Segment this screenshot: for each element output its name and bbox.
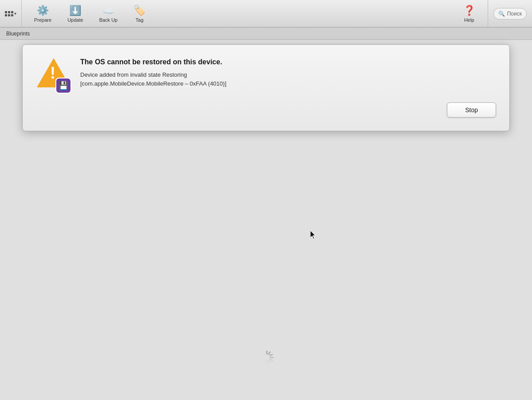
grid-icon <box>5 11 13 16</box>
main-content: 💾 The OS cannot be restored on this devi… <box>0 40 532 400</box>
device-inner-icon: 💾 <box>59 81 68 90</box>
help-label: Help <box>464 17 474 23</box>
grid-view-button[interactable]: ▾ <box>4 7 18 21</box>
update-icon: ⬇️ <box>69 5 81 16</box>
svg-line-11 <box>264 352 265 354</box>
blueprints-bar: Blueprints <box>0 27 532 40</box>
mouse-cursor <box>310 231 316 239</box>
svg-line-1 <box>269 352 270 354</box>
chevron-down-icon: ▾ <box>14 11 16 16</box>
nav-tag[interactable]: 🏷️ Tag <box>125 2 153 25</box>
prepare-icon: ⚙️ <box>37 5 49 16</box>
backup-icon: ☁️ <box>102 5 114 16</box>
update-label: Update <box>67 17 83 23</box>
svg-line-8 <box>262 359 264 361</box>
nav-prepare[interactable]: ⚙️ Prepare <box>26 2 59 25</box>
nav-backup[interactable]: ☁️ Back Up <box>91 2 126 25</box>
backup-label: Back Up <box>99 17 118 23</box>
search-box[interactable]: 🔍 Поиск <box>493 8 527 20</box>
blueprints-label: Blueprints <box>6 31 30 37</box>
error-dialog: 💾 The OS cannot be restored on this devi… <box>22 44 510 131</box>
loading-spinner <box>257 348 275 365</box>
search-icon: 🔍 <box>498 11 505 17</box>
toolbar-nav: ⚙️ Prepare ⬇️ Update ☁️ Back Up 🏷️ Tag ❓… <box>22 0 488 27</box>
device-icon: 💾 <box>55 78 71 94</box>
dialog-text-area: The OS cannot be restored on this device… <box>80 58 496 88</box>
stop-button[interactable]: Stop <box>447 102 496 118</box>
svg-line-10 <box>262 354 264 356</box>
svg-marker-12 <box>310 231 315 239</box>
svg-line-5 <box>269 361 270 363</box>
dialog-inner: 💾 The OS cannot be restored on this devi… <box>36 58 496 94</box>
svg-line-4 <box>270 359 272 361</box>
dialog-title: The OS cannot be restored on this device… <box>80 58 496 66</box>
search-label: Поиск <box>507 11 522 17</box>
svg-line-7 <box>264 361 265 363</box>
dialog-message: Device added from invalid state Restorin… <box>80 71 496 88</box>
nav-update[interactable]: ⬇️ Update <box>59 2 91 25</box>
spinner-svg <box>257 348 277 367</box>
dialog-actions: Stop <box>36 102 496 118</box>
svg-line-2 <box>270 354 272 356</box>
warning-composite-icon: 💾 <box>36 58 71 94</box>
toolbar-left: ▾ <box>0 0 22 27</box>
toolbar: ▾ ⚙️ Prepare ⬇️ Update ☁️ Back Up 🏷️ Tag… <box>0 0 532 27</box>
prepare-label: Prepare <box>34 17 51 23</box>
help-icon: ❓ <box>463 5 475 16</box>
toolbar-right: 🔍 Поиск <box>488 0 532 27</box>
tag-icon: 🏷️ <box>133 5 145 16</box>
tag-label: Tag <box>136 17 144 23</box>
nav-help[interactable]: ❓ Help <box>455 2 483 25</box>
